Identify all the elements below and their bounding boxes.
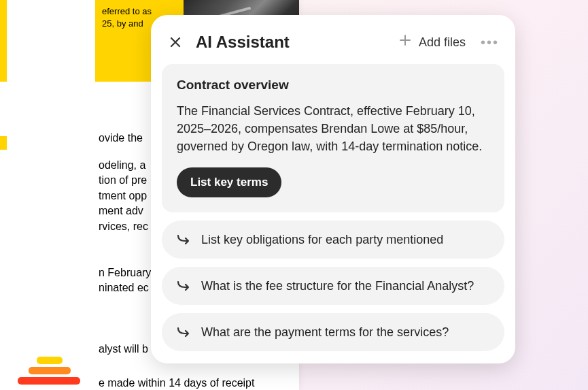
panel-header: AI Assistant Add files ••• [162, 26, 504, 64]
doc-header-fragment: eferred to as25, by and [102, 6, 152, 29]
ai-assistant-panel: AI Assistant Add files ••• Contract over… [151, 15, 515, 363]
suggestion-chip-payment-terms[interactable]: What are the payment terms for the servi… [162, 313, 504, 351]
suggestion-text: What are the payment terms for the servi… [201, 325, 449, 340]
add-files-button[interactable]: Add files [398, 33, 466, 51]
ellipsis-icon: ••• [481, 35, 499, 50]
arrow-reply-icon [175, 278, 192, 294]
logo-bar [37, 357, 63, 364]
doc-stripe [0, 136, 7, 150]
logo-bar [29, 367, 71, 374]
panel-title: AI Assistant [196, 33, 290, 52]
suggestion-text: List key obligations for each party ment… [201, 233, 443, 247]
suggestion-chip-fee-structure[interactable]: What is the fee structure for the Financ… [162, 267, 504, 305]
panel-header-left: AI Assistant [167, 33, 290, 52]
suggestion-text: What is the fee structure for the Financ… [201, 279, 474, 293]
plus-icon [398, 33, 412, 51]
overview-body: The Financial Services Contract, effecti… [177, 102, 489, 155]
close-button[interactable] [167, 34, 184, 50]
doc-stripe [0, 0, 7, 82]
doc-fragment: e made within 14 days of receipt [99, 376, 296, 390]
add-files-label: Add files [419, 35, 466, 50]
overview-card: Contract overview The Financial Services… [162, 64, 504, 212]
arrow-reply-icon [175, 231, 192, 248]
suggestion-chip-obligations[interactable]: List key obligations for each party ment… [162, 221, 504, 259]
list-key-terms-button[interactable]: List key terms [177, 167, 281, 197]
close-icon [170, 37, 181, 48]
arrow-reply-icon [175, 324, 192, 340]
more-menu-button[interactable]: ••• [481, 35, 499, 50]
logo-bar [18, 377, 80, 385]
overview-heading: Contract overview [177, 78, 489, 93]
panel-header-right: Add files ••• [398, 33, 499, 51]
logo-bars [15, 354, 83, 385]
